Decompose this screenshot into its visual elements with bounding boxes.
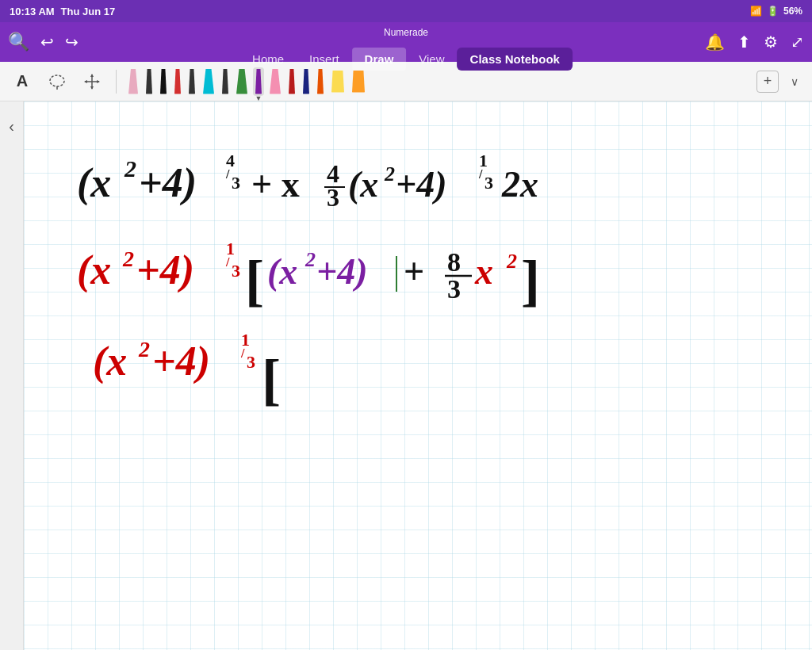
svg-text:/: /: [225, 255, 230, 269]
svg-rect-35: [396, 256, 397, 292]
toolbar-separator: [116, 70, 117, 94]
pen-navy[interactable]: [301, 67, 312, 96]
svg-text:2: 2: [304, 248, 316, 271]
svg-point-0: [50, 75, 64, 86]
sidebar-toggle[interactable]: ‹: [0, 101, 24, 650]
svg-text:2: 2: [138, 337, 150, 361]
pen-dark3[interactable]: [220, 67, 231, 96]
text-icon: A: [17, 72, 28, 90]
pen-lightpink[interactable]: [267, 67, 283, 96]
pen-darkred[interactable]: [286, 67, 297, 96]
svg-text:3: 3: [485, 173, 493, 193]
svg-text:+4): +4): [316, 251, 368, 292]
search-icon[interactable]: 🔍: [8, 32, 29, 52]
svg-text:(x: (x: [77, 160, 111, 206]
pen-purple[interactable]: ▼: [253, 67, 264, 96]
svg-text:+ x: + x: [251, 164, 300, 205]
tab-class-notebook[interactable]: Class Notebook: [458, 48, 573, 71]
lasso-icon: [48, 73, 66, 90]
tab-view[interactable]: View: [406, 48, 457, 71]
svg-text:3: 3: [247, 352, 255, 372]
status-day: Thu Jun 17: [61, 6, 116, 17]
bell-icon[interactable]: 🔔: [705, 32, 725, 52]
tab-draw[interactable]: Draw: [352, 48, 407, 71]
pen-cyan[interactable]: [201, 67, 216, 96]
svg-marker-6: [84, 80, 87, 83]
svg-text:+4): +4): [136, 247, 194, 293]
battery-pct: 56%: [783, 6, 802, 17]
add-pen-button[interactable]: +: [756, 71, 779, 93]
svg-text:+4): +4): [152, 338, 210, 384]
status-right: 📶 🔋 56%: [750, 6, 802, 17]
app-title: Numerade: [384, 27, 428, 38]
svg-text:x: x: [474, 251, 493, 292]
svg-marker-7: [97, 80, 100, 83]
svg-marker-4: [90, 74, 94, 77]
svg-text:2: 2: [122, 247, 134, 271]
pen-orange[interactable]: [315, 67, 326, 96]
expand-toolbar-button[interactable]: ∨: [785, 71, 804, 93]
main-area: ‹ (x 2 +4) 4 / 3 + x 4 3 (x 2 +4): [0, 101, 812, 650]
svg-text:/: /: [240, 346, 245, 360]
wifi-icon: 📶: [750, 6, 762, 17]
pen-dark1[interactable]: [144, 67, 155, 96]
back-arrow-icon: ‹: [9, 117, 14, 136]
svg-text:+4): +4): [139, 160, 197, 206]
svg-text:/: /: [478, 167, 483, 181]
collapse-icon[interactable]: ⤢: [791, 32, 804, 52]
svg-text:(x: (x: [267, 251, 297, 292]
status-time: 10:13 AM: [10, 6, 55, 17]
svg-marker-5: [90, 86, 94, 90]
pen-dark2[interactable]: [186, 67, 197, 96]
svg-text:+4): +4): [396, 164, 447, 205]
battery-icon: 🔋: [767, 6, 779, 17]
pen-yellow-hi[interactable]: [329, 69, 347, 94]
svg-text:3: 3: [232, 173, 240, 193]
svg-text:3: 3: [327, 183, 339, 212]
svg-text:2: 2: [124, 155, 136, 182]
svg-text:3: 3: [447, 274, 461, 304]
pen-pink[interactable]: [126, 67, 140, 96]
redo-icon[interactable]: ↪: [65, 32, 79, 52]
pen-orange-hi[interactable]: [350, 69, 367, 94]
svg-text:8: 8: [447, 247, 461, 277]
text-tool[interactable]: A: [8, 67, 36, 96]
pen-tools: ▼: [126, 67, 747, 96]
svg-text:(x: (x: [93, 338, 127, 384]
pen-red[interactable]: [172, 67, 183, 96]
svg-text:2: 2: [506, 250, 517, 273]
nav-left: 🔍 ↩ ↪: [8, 32, 79, 52]
pen-black[interactable]: [158, 67, 169, 96]
canvas-area[interactable]: (x 2 +4) 4 / 3 + x 4 3 (x 2 +4) 1 / 3 2x: [24, 101, 812, 650]
undo-icon[interactable]: ↩: [40, 32, 54, 52]
move-icon: [83, 73, 101, 90]
move-tool[interactable]: [78, 67, 106, 96]
svg-text:3: 3: [232, 261, 240, 281]
svg-text:[: [: [245, 249, 264, 312]
status-left: 10:13 AM Thu Jun 17: [10, 6, 115, 17]
svg-text:+: +: [404, 251, 424, 292]
svg-text:(x: (x: [348, 164, 378, 205]
nav-right: 🔔 ⬆ ⚙ ⤢: [705, 32, 804, 52]
svg-text:2: 2: [384, 162, 395, 185]
settings-icon[interactable]: ⚙: [764, 32, 778, 52]
svg-text:]: ]: [521, 249, 540, 312]
nav-bar: 🔍 ↩ ↪ Numerade Home Insert Draw View Cla…: [0, 22, 812, 62]
pen-green[interactable]: [234, 67, 250, 96]
share-icon[interactable]: ⬆: [737, 32, 751, 52]
svg-text:/: /: [225, 167, 230, 181]
status-bar: 10:13 AM Thu Jun 17 📶 🔋 56%: [0, 0, 812, 22]
svg-text:(x: (x: [77, 247, 111, 293]
math-writing: (x 2 +4) 4 / 3 + x 4 3 (x 2 +4) 1 / 3 2x: [24, 101, 812, 650]
svg-text:2x: 2x: [501, 164, 538, 205]
lasso-tool[interactable]: [43, 67, 71, 96]
svg-text:[: [: [262, 348, 281, 411]
